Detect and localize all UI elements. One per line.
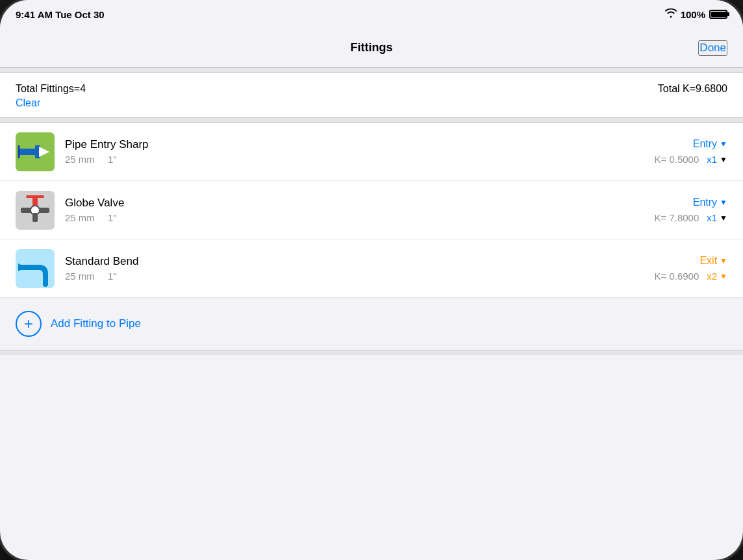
total-fittings-label: Total Fittings=4 xyxy=(16,83,86,95)
add-fitting-row[interactable]: + Add Fitting to Pipe xyxy=(0,298,743,350)
standard-bend-icon xyxy=(16,249,55,288)
add-circle-icon: + xyxy=(16,311,42,337)
k-value: K= 7.8000 xyxy=(654,212,699,223)
entry-label: Entry xyxy=(693,138,717,150)
fitting-item: Globe Valve 25 mm 1" Entry ▼ K= 7.8000 x… xyxy=(0,181,743,239)
fitting-right: Entry ▼ K= 7.8000 x1 ▼ xyxy=(654,197,727,223)
status-bar: 9:41 AM Tue Oct 30 100% xyxy=(0,0,743,29)
multiplier-text: x2 xyxy=(707,271,717,282)
add-fitting-label: Add Fitting to Pipe xyxy=(51,317,141,330)
fitting-details: Pipe Entry Sharp 25 mm 1" xyxy=(65,138,654,165)
fitting-item: Standard Bend 25 mm 1" Exit ▼ K= 0.6900 … xyxy=(0,239,743,298)
bottom-separator xyxy=(0,350,743,355)
battery-percent: 100% xyxy=(681,9,705,20)
device-frame: 9:41 AM Tue Oct 30 100% Fittings Done To… xyxy=(0,0,743,560)
multiplier-badge[interactable]: x1 ▼ xyxy=(707,212,727,223)
pipe-entry-sharp-icon xyxy=(16,132,55,171)
multiplier-chevron-icon: ▼ xyxy=(720,213,727,223)
battery-icon xyxy=(709,10,727,19)
status-time: 9:41 AM Tue Oct 30 xyxy=(16,9,105,20)
fitting-details: Globe Valve 25 mm 1" xyxy=(65,197,654,223)
fitting-name: Globe Valve xyxy=(65,197,654,210)
status-right: 100% xyxy=(665,8,727,20)
multiplier-badge[interactable]: x1 ▼ xyxy=(707,154,727,165)
wifi-icon xyxy=(665,8,677,20)
fitting-right: Entry ▼ K= 0.5000 x1 ▼ xyxy=(654,138,727,165)
summary-row: Total Fittings=4 Total K=9.6800 Clear xyxy=(0,73,743,117)
svg-rect-9 xyxy=(32,213,38,222)
fitting-size-in: 1" xyxy=(108,154,117,165)
svg-rect-10 xyxy=(26,195,44,198)
total-k-label: Total K=9.6800 xyxy=(658,83,727,95)
multiplier-chevron-icon: ▼ xyxy=(720,272,727,281)
battery-fill xyxy=(711,12,727,17)
fitting-details: Standard Bend 25 mm 1" xyxy=(65,255,654,282)
fitting-specs: 25 mm 1" xyxy=(65,212,654,223)
multiplier-text: x1 xyxy=(707,154,717,165)
entry-label: Entry xyxy=(693,197,717,208)
fitting-right: Exit ▼ K= 0.6900 x2 ▼ xyxy=(654,255,727,282)
entry-badge[interactable]: Exit ▼ xyxy=(699,255,727,267)
done-button[interactable]: Done xyxy=(698,40,727,56)
entry-badge[interactable]: Entry ▼ xyxy=(693,138,727,150)
section-separator xyxy=(0,117,743,123)
nav-bar: Fittings Done xyxy=(0,29,743,67)
chevron-down-icon: ▼ xyxy=(720,198,727,207)
chevron-down-icon: ▼ xyxy=(720,140,727,149)
entry-badge[interactable]: Entry ▼ xyxy=(693,197,727,208)
fitting-size-in: 1" xyxy=(108,271,117,282)
fitting-size-mm: 25 mm xyxy=(65,212,95,223)
k-value: K= 0.5000 xyxy=(654,154,699,165)
multiplier-text: x1 xyxy=(707,212,717,223)
fitting-name: Standard Bend xyxy=(65,255,654,268)
summary-top: Total Fittings=4 Total K=9.6800 xyxy=(16,83,727,95)
multiplier-badge[interactable]: x2 ▼ xyxy=(707,271,727,282)
k-row: K= 0.5000 x1 ▼ xyxy=(654,154,727,165)
clear-button[interactable]: Clear xyxy=(16,97,40,109)
k-row: K= 7.8000 x1 ▼ xyxy=(654,212,727,223)
fittings-list: Pipe Entry Sharp 25 mm 1" Entry ▼ K= 0.5… xyxy=(0,123,743,298)
chevron-down-icon: ▼ xyxy=(720,256,727,265)
k-row: K= 0.6900 x2 ▼ xyxy=(654,271,727,282)
fitting-size-in: 1" xyxy=(108,212,117,223)
fitting-specs: 25 mm 1" xyxy=(65,271,654,282)
globe-valve-icon xyxy=(16,191,55,230)
plus-icon: + xyxy=(24,316,33,332)
fitting-item: Pipe Entry Sharp 25 mm 1" Entry ▼ K= 0.5… xyxy=(0,123,743,181)
nav-title: Fittings xyxy=(351,41,393,55)
fitting-specs: 25 mm 1" xyxy=(65,154,654,165)
multiplier-chevron-icon: ▼ xyxy=(720,155,727,164)
fitting-size-mm: 25 mm xyxy=(65,271,95,282)
entry-label: Exit xyxy=(699,255,717,267)
k-value: K= 0.6900 xyxy=(654,271,699,282)
fitting-size-mm: 25 mm xyxy=(65,154,95,165)
fitting-name: Pipe Entry Sharp xyxy=(65,138,654,151)
nav-separator xyxy=(0,67,743,73)
